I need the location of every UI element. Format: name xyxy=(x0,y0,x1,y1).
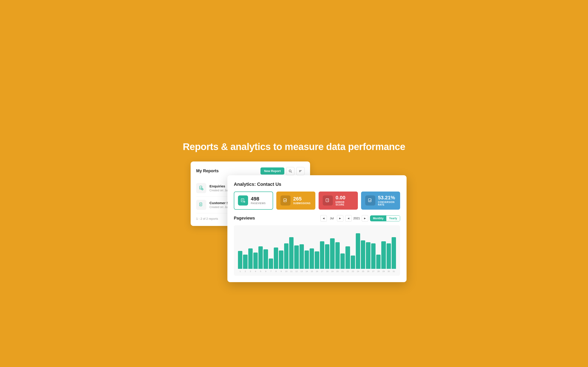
metric-pageviews[interactable]: 498 PAGEVIEWS xyxy=(234,192,273,210)
x-label: 16 xyxy=(315,270,319,273)
chart-area: 1234567891011121314151617181920212223242… xyxy=(234,225,400,276)
bar xyxy=(320,241,324,269)
metric-value-conversion: 53.21% xyxy=(378,195,396,200)
x-label: 8 xyxy=(274,270,278,273)
bar xyxy=(315,251,319,269)
bar xyxy=(356,233,360,269)
new-report-button[interactable]: New Report xyxy=(260,167,284,175)
analytics-title: Analytics: Contact Us xyxy=(234,182,400,187)
metric-value-pageviews: 498 xyxy=(251,196,266,201)
metric-conversion[interactable]: 53.21% CONVERSION RATE xyxy=(361,192,400,210)
search-button[interactable] xyxy=(286,167,294,175)
bar-wrap xyxy=(269,230,273,269)
x-label: 7 xyxy=(269,270,273,273)
x-label: 29 xyxy=(381,270,386,273)
bar xyxy=(346,246,350,269)
bar-wrap xyxy=(253,230,258,269)
metrics-row: 498 PAGEVIEWS 265 SUBMISSIONS xyxy=(234,192,400,210)
svg-rect-15 xyxy=(241,199,244,202)
x-label: 21 xyxy=(340,270,345,273)
svg-text:!: ! xyxy=(327,199,328,202)
metric-icon-submissions xyxy=(280,195,291,206)
year-prev-button[interactable]: ◀ xyxy=(345,215,352,222)
cards-container: My Reports New Report xyxy=(191,161,397,226)
bar xyxy=(351,256,355,269)
x-label: 5 xyxy=(258,270,263,273)
checkmark-doc-icon xyxy=(368,198,373,203)
x-label: 15 xyxy=(310,270,314,273)
x-labels: 1234567891011121314151617181920212223242… xyxy=(236,269,398,273)
x-label: 18 xyxy=(325,270,329,273)
bar xyxy=(243,255,247,269)
page-title: Reports & analytics to measure data perf… xyxy=(183,141,405,152)
chart-up-icon xyxy=(283,198,288,203)
bar xyxy=(269,259,273,269)
x-label: 1 xyxy=(238,270,242,273)
metric-text-conversion: 53.21% CONVERSION RATE xyxy=(378,195,396,206)
metric-text-submissions: 265 SUBMISSIONS xyxy=(293,196,311,205)
metric-icon-pageviews xyxy=(238,195,248,206)
bar xyxy=(366,242,370,269)
bar xyxy=(387,243,391,269)
bar xyxy=(253,252,258,269)
bar-wrap xyxy=(315,230,319,269)
year-next-button[interactable]: ▶ xyxy=(362,215,368,222)
metric-value-submissions: 265 xyxy=(293,196,311,201)
metric-error-score[interactable]: ! 0.00 ERROR SCORE xyxy=(319,192,358,210)
monthly-toggle-button[interactable]: Monthly xyxy=(370,216,386,221)
header-buttons: New Report xyxy=(260,167,304,175)
bar xyxy=(361,240,365,269)
bar xyxy=(376,255,380,269)
bar-wrap xyxy=(371,230,376,269)
x-label: 23 xyxy=(351,270,355,273)
bar-wrap xyxy=(356,230,360,269)
month-next-button[interactable]: ▶ xyxy=(337,215,343,222)
x-label: 25 xyxy=(361,270,365,273)
bar-wrap xyxy=(248,230,253,269)
metric-submissions[interactable]: 265 SUBMISSIONS xyxy=(276,192,316,210)
bar xyxy=(325,244,329,269)
chart-controls: ◀ Jul ▶ ◀ 2021 ▶ Monthly Yearly xyxy=(320,215,400,222)
metric-text-error: 0.00 ERROR SCORE xyxy=(336,195,354,206)
bar-wrap xyxy=(304,230,309,269)
metric-icon-conversion xyxy=(365,195,375,206)
bar-wrap xyxy=(243,230,247,269)
metric-label-pageviews: PAGEVIEWS xyxy=(251,202,266,205)
bar-wrap xyxy=(335,230,340,269)
bar-wrap xyxy=(310,230,314,269)
bar xyxy=(371,243,376,269)
bar-wrap xyxy=(300,230,304,269)
bar-wrap xyxy=(279,230,283,269)
search-icon xyxy=(289,169,292,173)
month-prev-button[interactable]: ◀ xyxy=(320,215,327,222)
bar-wrap xyxy=(392,230,396,269)
x-label: 27 xyxy=(371,270,376,273)
bars-container xyxy=(236,230,398,269)
eye-icon xyxy=(241,198,246,203)
bar xyxy=(392,237,396,269)
document-icon xyxy=(199,202,204,207)
metric-icon-error: ! xyxy=(323,195,333,206)
x-label: 28 xyxy=(376,270,380,273)
x-label: 2 xyxy=(243,270,247,273)
month-nav: ◀ Jul ▶ xyxy=(320,215,343,222)
bar-wrap xyxy=(263,230,268,269)
bar-wrap xyxy=(284,230,288,269)
x-label: 6 xyxy=(263,270,268,273)
metric-value-error: 0.00 xyxy=(336,195,354,200)
report-icon-2 xyxy=(196,200,206,210)
month-label: Jul xyxy=(328,217,336,220)
bar-wrap xyxy=(289,230,294,269)
bar xyxy=(248,248,253,269)
bar-wrap xyxy=(387,230,391,269)
bar xyxy=(381,241,386,269)
sort-button[interactable] xyxy=(296,167,304,175)
x-label: 30 xyxy=(387,270,391,273)
my-reports-header: My Reports New Report xyxy=(196,167,304,175)
x-label: 13 xyxy=(300,270,304,273)
x-label: 3 xyxy=(248,270,253,273)
yearly-toggle-button[interactable]: Yearly xyxy=(386,216,400,221)
analytics-card: Analytics: Contact Us 498 PAGEVIEWS xyxy=(227,175,406,282)
bar-wrap xyxy=(361,230,365,269)
bar xyxy=(300,244,304,269)
